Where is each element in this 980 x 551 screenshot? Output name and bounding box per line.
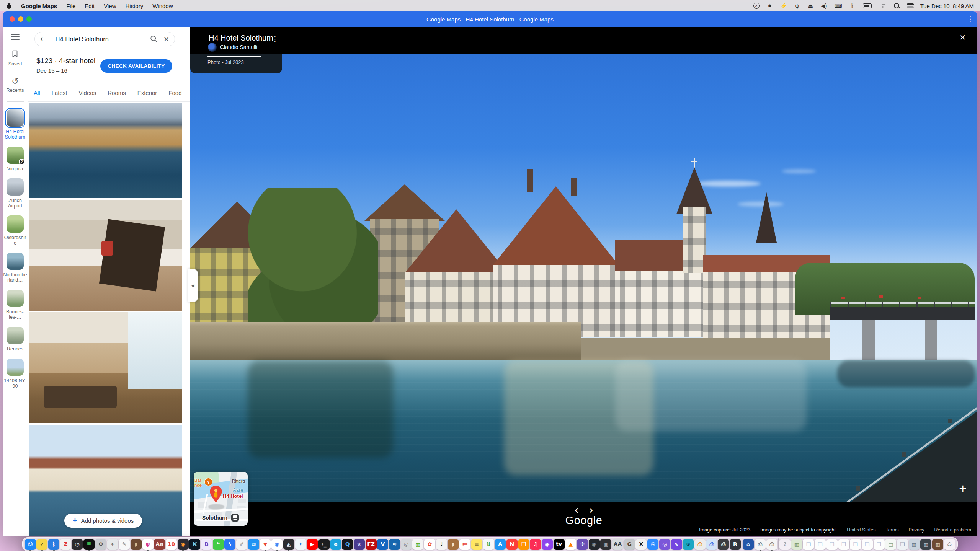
author-avatar[interactable] (208, 43, 217, 52)
dock-r-app[interactable]: R (730, 539, 741, 550)
dock-chrome-window-3[interactable]: ❏ (826, 539, 838, 550)
saved-button[interactable]: Saved (8, 50, 22, 67)
dock-fitness[interactable]: ✣ (577, 539, 588, 550)
bluetooth-status-icon[interactable]: ᛒ (849, 2, 856, 9)
privacy-link[interactable]: Privacy (908, 527, 924, 533)
dock-terminal[interactable]: ›_ (318, 539, 330, 550)
dock-chrome-window-6[interactable]: ❏ (862, 539, 873, 550)
dock-textedit[interactable]: ✎ (119, 539, 130, 550)
photo-thumb-city-aerial[interactable] (29, 103, 182, 198)
dock-music[interactable]: ♫ (530, 539, 541, 550)
main-menu-icon[interactable] (11, 34, 20, 40)
search-box[interactable]: ← H4 Hotel Solothurn ✕ (34, 32, 175, 46)
dock-things[interactable]: ✓ (36, 539, 47, 550)
recents-button[interactable]: ↺ Recents (7, 77, 24, 93)
dock-usb-utility[interactable]: ψ (142, 539, 154, 550)
app-disc-status-icon[interactable]: ● (767, 2, 773, 9)
dock-home-app[interactable]: ⌂ (743, 539, 754, 550)
menu-history[interactable]: History (125, 3, 143, 9)
dock-salon-app[interactable]: ◗ (131, 539, 142, 550)
dock-speedtest[interactable]: ◔ (72, 539, 83, 550)
dock-edge[interactable]: e (330, 539, 341, 550)
menu-edit[interactable]: Edit (85, 3, 95, 9)
dock-notes[interactable]: ≡ (471, 539, 482, 550)
dock-firefox[interactable]: ◉ (178, 539, 189, 550)
add-photos-button[interactable]: + Add photos & videos (64, 514, 142, 528)
dock-openoffice[interactable]: ≈ (389, 539, 400, 550)
dock-system-settings[interactable]: ⚙ (95, 539, 106, 550)
rail-item-h4-hotel-solothurn[interactable]: H4 Hotel Solothurn (3, 109, 28, 140)
dock-photo-document[interactable]: ▦ (791, 539, 802, 550)
date-range[interactable]: Dec 15 – 16 (36, 67, 67, 74)
dock-sheet-window[interactable]: ▤ (885, 539, 896, 550)
tab-videos[interactable]: Videos (79, 84, 96, 102)
dock-printer-b[interactable]: ⎙ (766, 539, 777, 550)
dock-vlc[interactable]: ▲ (565, 539, 576, 550)
menu-bar-clock[interactable]: Tue Dec 10 8:49 AM (920, 3, 974, 9)
dock-vinyl[interactable]: ◉ (589, 539, 600, 550)
dock-x11[interactable]: X (635, 539, 647, 550)
dock-messenger[interactable]: ϟ (224, 539, 235, 550)
tab-food[interactable]: Food (168, 84, 181, 102)
dock-kindle[interactable]: K (189, 539, 200, 550)
battery-status-icon[interactable] (863, 2, 872, 9)
dock-mail[interactable]: ✉ (248, 539, 259, 550)
minimap-drink-poi-icon[interactable]: Y (204, 478, 212, 486)
dock-divider-1[interactable] (742, 538, 742, 550)
report-problem-link[interactable]: Report a problem (934, 527, 971, 533)
apple-menu[interactable] (6, 2, 12, 9)
rail-item-14408-ny-90[interactable]: 14408 NY-90 (3, 359, 28, 389)
dock-label-printer[interactable]: ⎙ (718, 539, 729, 550)
dock-messages[interactable]: ❝ (213, 539, 224, 550)
menu-view[interactable]: View (104, 3, 116, 9)
control-center-status-icon[interactable] (907, 2, 913, 9)
dock-books[interactable]: ❐ (518, 539, 529, 550)
rail-item-oxfordshire[interactable]: Oxfordshire (3, 215, 28, 246)
dock-filezilla[interactable]: FZ (366, 539, 377, 550)
tab-all[interactable]: All (34, 84, 40, 102)
zoom-in-button[interactable]: + (959, 481, 967, 496)
dock-audio-monitor[interactable]: ≣ (83, 539, 95, 550)
rail-item-rennes[interactable]: Rennes (3, 327, 28, 352)
dock-disk-tool[interactable]: V (377, 539, 388, 550)
search-input[interactable]: H4 Hotel Solothurn (56, 36, 144, 43)
dock-chrome-window-4[interactable]: ❏ (838, 539, 849, 550)
dock-bluetooth-exchange[interactable]: ᛒ (48, 539, 59, 550)
dock-photo-window-2[interactable]: ▦ (920, 539, 931, 550)
dock-handbrake[interactable]: ▦ (412, 539, 423, 550)
dock-console[interactable]: ▣ (600, 539, 611, 550)
dock-printer-utility[interactable]: ⎙ (694, 539, 706, 550)
dock-missing-app[interactable]: ? (779, 539, 791, 550)
rail-item-zurich-airport[interactable]: Zurich Airport (3, 178, 28, 209)
menu-file[interactable]: File (66, 3, 75, 9)
close-photo-icon[interactable]: ✕ (959, 33, 966, 42)
window-title-bar[interactable]: Google Maps - H4 Hotel Solothurn - Googl… (3, 11, 977, 27)
dock-reminders[interactable]: ≔ (459, 539, 470, 550)
tab-rooms[interactable]: Rooms (108, 84, 126, 102)
dock-apple-tv[interactable]: tv (554, 539, 565, 550)
rail-item-northumberland[interactable]: Northumberland… (3, 253, 28, 283)
volume-status-icon[interactable]: ◀) (821, 2, 827, 9)
mini-map[interactable]: Bar nge Y Ritterq Aare H4 Hotel Solothur… (194, 472, 248, 526)
window-menu-dots-icon[interactable]: ⋮ (967, 15, 973, 23)
dock-app-store[interactable]: A (495, 539, 506, 550)
dock-zipcar[interactable]: Z (60, 539, 71, 550)
wifi-status-icon[interactable] (879, 2, 886, 9)
usb-status-icon[interactable]: ψ (794, 2, 800, 9)
dock-zoom[interactable]: ✇ (647, 539, 658, 550)
back-icon[interactable]: ← (40, 34, 47, 44)
eject-status-icon[interactable]: ⏏ (807, 2, 813, 9)
dock-safari[interactable]: ✦ (295, 539, 306, 550)
photo-thumb-lobby[interactable] (29, 312, 182, 423)
shortcuts-status-icon[interactable]: ⚡ (780, 2, 787, 9)
collapse-panel-button[interactable]: ◀ (188, 269, 198, 302)
check-circle-status-icon[interactable]: ✓ (753, 3, 760, 9)
dock-diagnostics[interactable]: ⌖ (107, 539, 118, 550)
dock-drafts[interactable]: ✐ (236, 539, 247, 550)
rail-item-virginia[interactable]: 2 Virginia (3, 147, 28, 171)
dock-art-window[interactable]: ▦ (932, 539, 943, 550)
spotlight-status-icon[interactable] (893, 2, 900, 9)
dock-voice-app[interactable]: ∿ (671, 539, 682, 550)
dock-photos[interactable]: ✿ (424, 539, 435, 550)
photo-author[interactable]: Claudio Santulli (220, 44, 257, 50)
